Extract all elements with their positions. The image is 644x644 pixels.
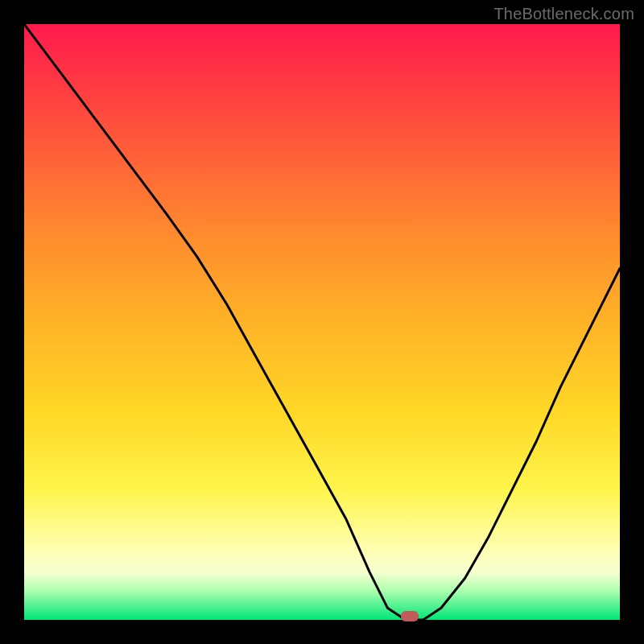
- chart-frame: TheBottleneck.com: [0, 0, 644, 644]
- attribution-text: TheBottleneck.com: [493, 5, 634, 23]
- optimal-marker: [401, 611, 419, 621]
- bottleneck-curve: [24, 24, 620, 620]
- plot-area: [24, 24, 620, 620]
